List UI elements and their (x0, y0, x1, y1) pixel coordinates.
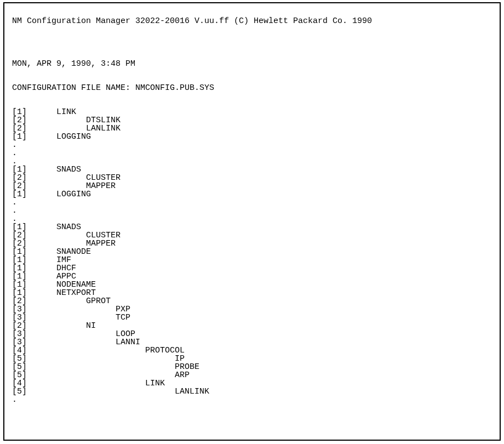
tree-row: [1] SNADS (12, 223, 492, 231)
tree-row: [5] PROBE (12, 363, 492, 371)
tree-row: [1] SNADS (12, 166, 492, 174)
tree-row: [2] DTSLINK (12, 116, 492, 124)
tree-row: [3] PXP (12, 305, 492, 314)
tree-row: [5] LANLINK (12, 388, 492, 396)
tree-row: [2] MAPPER (12, 240, 492, 248)
tree-row: [3] LOOP (12, 330, 492, 338)
tree-row: [2] LANLINK (12, 124, 492, 133)
tree-row: [2] NI (12, 322, 492, 330)
ellipsis-dot: . (12, 396, 492, 404)
tree-row: [5] ARP (12, 371, 492, 379)
ellipsis-dot: . (12, 141, 492, 149)
tree-row: [2] MAPPER (12, 182, 492, 190)
app-header: NM Configuration Manager 32022-20016 V.u… (12, 17, 492, 25)
tree-row: [2] GPROT (12, 297, 492, 305)
tree-row: [1] LOGGING (12, 190, 492, 198)
ellipsis-dot: . (12, 207, 492, 215)
tree-row: [2] CLUSTER (12, 231, 492, 240)
tree-row: [1] NETXPORT (12, 289, 492, 297)
tree-output: [1] LINK[2] DTSLINK[2] LANLINK[1] LOGGIN… (12, 108, 492, 404)
config-file-line: CONFIGURATION FILE NAME: NMCONFIG.PUB.SY… (12, 84, 492, 92)
tree-row: [1] LINK (12, 108, 492, 116)
tree-row: [4] PROTOCOL (12, 346, 492, 355)
tree-row: [1] APPC (12, 272, 492, 281)
tree-row: [2] CLUSTER (12, 174, 492, 182)
ellipsis-dot: . (12, 149, 492, 157)
tree-row: [3] LANNI (12, 338, 492, 346)
tree-row: [1] NODENAME (12, 281, 492, 289)
ellipsis-dot: . (12, 157, 492, 166)
tree-row: [3] TCP (12, 314, 492, 322)
ellipsis-dot: . (12, 215, 492, 223)
config-file-name: NMCONFIG.PUB.SYS (135, 83, 214, 93)
datetime-line: MON, APR 9, 1990, 3:48 PM (12, 60, 492, 68)
ellipsis-dot: . (12, 198, 492, 207)
tree-row: [1] LOGGING (12, 133, 492, 141)
tree-row: [4] LINK (12, 379, 492, 388)
tree-row: [1] DHCF (12, 264, 492, 272)
tree-row: [5] IP (12, 355, 492, 363)
config-file-label: CONFIGURATION FILE NAME: (12, 83, 135, 93)
tree-row: [1] SNANODE (12, 248, 492, 256)
tree-row: [1] IMF (12, 256, 492, 264)
terminal-frame: NM Configuration Manager 32022-20016 V.u… (3, 2, 501, 441)
